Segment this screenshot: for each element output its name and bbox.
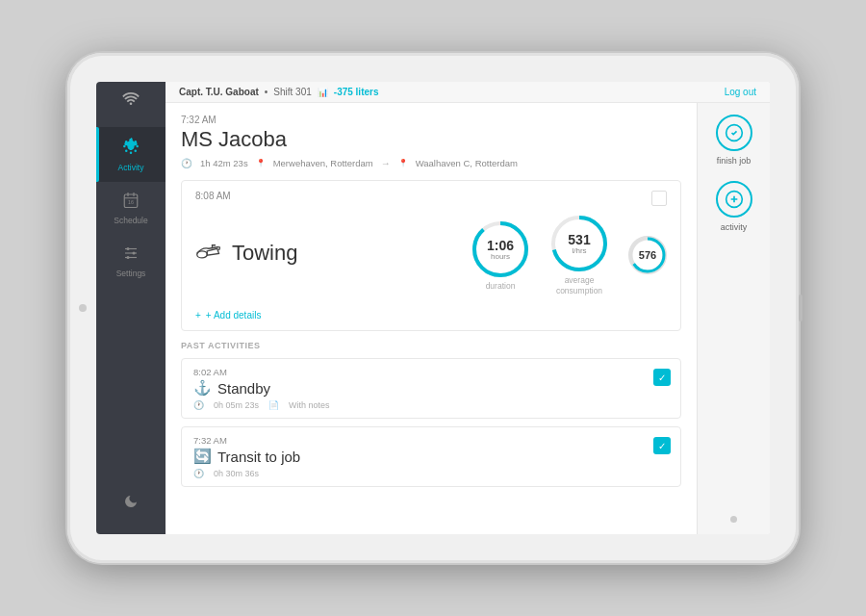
transit-title: 🔄 Transit to job: [193, 448, 669, 465]
wifi-icon: [122, 91, 140, 108]
past-item-standby: ✓ 8:02 AM ⚓ Standby 🕐 0h 05m 23s 📄 With …: [181, 358, 681, 419]
job-time: 7:32 AM: [181, 115, 681, 125]
duration-value: 1:06: [487, 239, 514, 252]
job-meta: 🕐 1h 42m 23s 📍 Merwehaven, Rotterdam → 📍…: [181, 158, 681, 168]
sidebar-item-schedule[interactable]: 16 Schedule: [96, 182, 166, 235]
sidebar: Activity 16 Schedule: [96, 82, 166, 534]
dest-icon: 📍: [398, 159, 408, 167]
svg-point-5: [125, 141, 128, 143]
sidebar-item-settings[interactable]: Settings: [96, 235, 166, 288]
job-content: 7:32 AM MS Jacoba 🕐 1h 42m 23s 📍 Merweha…: [166, 103, 697, 534]
schedule-icon: 16: [122, 192, 140, 213]
standby-title: ⚓ Standby: [193, 379, 669, 397]
sidebar-activity-label: Activity: [118, 163, 144, 172]
fuel-icon: 📊: [318, 88, 328, 97]
topbar-separator: •: [265, 87, 268, 97]
arrow-icon: →: [381, 158, 391, 168]
svg-point-2: [130, 151, 133, 154]
svg-point-7: [125, 150, 128, 153]
clock-icon-transit: 🕐: [193, 469, 204, 478]
check-standby: ✓: [653, 369, 671, 386]
standby-meta: 🕐 0h 05m 23s 📄 With notes: [193, 400, 669, 410]
standby-duration: 0h 05m 23s: [214, 400, 259, 410]
content-wrapper: 7:32 AM MS Jacoba 🕐 1h 42m 23s 📍 Merweha…: [166, 103, 770, 534]
standby-name: Standby: [217, 380, 270, 397]
standby-notes: With notes: [289, 400, 330, 410]
notes-icon: 📄: [268, 400, 279, 410]
activity-icon: [121, 137, 140, 160]
duration-unit: hours: [487, 252, 514, 261]
topbar-left: Capt. T.U. Gaboat • Shift 301 📊 -375 lit…: [179, 87, 379, 97]
topbar-fuel: -375 liters: [334, 87, 379, 97]
activity-title-row: Towing: [195, 240, 297, 267]
past-activities-label: PAST ACTIVITIES: [181, 341, 681, 350]
job-duration: 1h 42m 23s: [200, 158, 248, 168]
small-stat: 576: [628, 236, 667, 274]
activity-name: Towing: [232, 241, 297, 266]
clock-icon: 🕐: [181, 158, 192, 168]
svg-point-8: [135, 150, 138, 153]
current-activity-card: 8:08 AM: [181, 180, 681, 331]
sidebar-settings-label: Settings: [116, 269, 146, 278]
check-transit: ✓: [653, 437, 671, 454]
standby-time: 8:02 AM: [193, 367, 669, 377]
add-activity-button[interactable]: activity: [716, 181, 752, 232]
logout-button[interactable]: Log out: [725, 87, 756, 97]
svg-point-1: [130, 139, 133, 141]
add-details-label: + Add details: [206, 310, 262, 321]
transit-icon: 🔄: [193, 448, 212, 465]
transit-name: Transit to job: [217, 449, 300, 465]
sidebar-item-activity[interactable]: Activity: [96, 127, 166, 182]
settings-icon: [122, 244, 140, 266]
origin-icon: 📍: [256, 159, 266, 167]
add-activity-icon: [716, 181, 752, 218]
job-destination: Waalhaven C, Rotterdam: [416, 158, 518, 168]
topbar-user: Capt. T.U. Gaboat: [179, 87, 259, 97]
screen: Activity 16 Schedule: [96, 82, 770, 534]
duration-label: duration: [486, 281, 516, 291]
small-value: 576: [639, 249, 656, 261]
svg-point-3: [123, 145, 126, 148]
finish-job-icon: [716, 115, 752, 151]
finish-job-button[interactable]: finish job: [716, 115, 752, 166]
past-item-transit: ✓ 7:32 AM 🔄 Transit to job 🕐 0h 30m 36s: [181, 426, 681, 487]
transit-duration: 0h 30m 36s: [214, 469, 259, 478]
sidebar-nav: Activity 16 Schedule: [96, 127, 166, 482]
avg-circle: 531 l/hrs: [549, 214, 609, 273]
svg-point-4: [136, 145, 139, 148]
plus-icon: +: [195, 310, 201, 321]
past-activities: PAST ACTIVITIES ✓ 8:02 AM ⚓ Standby 🕐: [181, 341, 681, 487]
duration-stat: 1:06 hours duration: [471, 219, 530, 291]
card-resize: [651, 191, 667, 206]
topbar-shift: Shift 301: [273, 87, 311, 97]
job-origin: Merwehaven, Rotterdam: [273, 158, 373, 168]
anchor-icon: ⚓: [193, 379, 212, 397]
right-panel: finish job activity: [697, 103, 770, 534]
avg-label: average consumption: [546, 275, 613, 296]
sidebar-schedule-label: Schedule: [114, 216, 147, 225]
activity-stats: 1:06 hours duration: [471, 214, 667, 296]
active-indicator: [96, 127, 99, 182]
night-mode-button[interactable]: [123, 482, 139, 525]
avg-consumption-stat: 531 l/hrs average consumption: [546, 214, 613, 296]
svg-point-6: [135, 141, 138, 143]
main-content: Capt. T.U. Gaboat • Shift 301 📊 -375 lit…: [166, 82, 770, 534]
job-header: 7:32 AM MS Jacoba 🕐 1h 42m 23s 📍 Merweha…: [181, 115, 681, 168]
svg-point-9: [129, 144, 134, 149]
panel-dot: [730, 516, 737, 523]
duration-circle: 1:06 hours: [471, 219, 530, 279]
svg-point-21: [197, 251, 208, 258]
activity-time: 8:08 AM: [195, 191, 231, 201]
svg-text:16: 16: [128, 199, 134, 205]
activity-btn-label: activity: [721, 222, 748, 232]
job-vessel-name: MS Jacoba: [181, 127, 681, 152]
svg-point-18: [127, 247, 130, 250]
transit-time: 7:32 AM: [193, 435, 669, 446]
topbar: Capt. T.U. Gaboat • Shift 301 📊 -375 lit…: [166, 82, 770, 103]
add-details-button[interactable]: + + Add details: [195, 310, 667, 321]
transit-meta: 🕐 0h 30m 36s: [193, 469, 669, 478]
avg-value: 531: [568, 233, 590, 246]
clock-icon-standby: 🕐: [193, 400, 204, 410]
small-circle: 576: [628, 236, 667, 274]
tablet-shell: Activity 16 Schedule: [67, 53, 799, 563]
